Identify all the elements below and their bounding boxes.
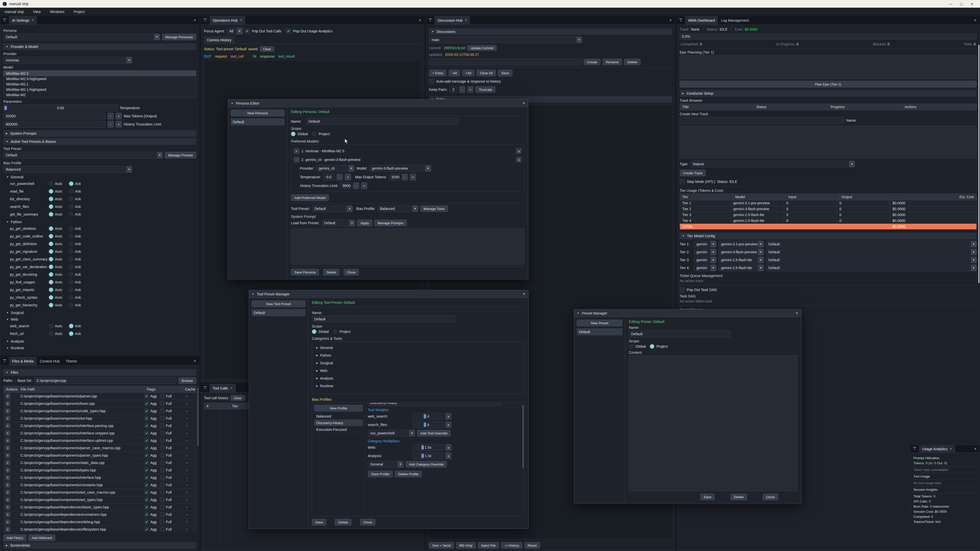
- remove-file-button[interactable]: x: [5, 483, 10, 487]
- full-checkbox[interactable]: [160, 409, 165, 413]
- scope-global-radio[interactable]: [629, 344, 633, 349]
- max-output-decrement-button[interactable]: -: [402, 174, 408, 180]
- step-mode-checkbox[interactable]: [679, 179, 685, 184]
- persona-name-input[interactable]: Default: [306, 118, 458, 125]
- scope-global-radio[interactable]: [312, 329, 317, 334]
- ask-radio[interactable]: [69, 257, 73, 262]
- agg-checkbox[interactable]: [145, 401, 149, 406]
- files-section-header[interactable]: Files: [3, 369, 196, 376]
- load-preset-dropdown[interactable]: Default: [321, 220, 355, 226]
- bias-profile-dropdown[interactable]: Balanced: [3, 166, 132, 173]
- update-commit-button[interactable]: Update Commit: [467, 45, 496, 51]
- close-button[interactable]: Close: [360, 519, 375, 526]
- persona-bias-dropdown[interactable]: Balanced: [377, 205, 418, 212]
- scope-project-radio[interactable]: [333, 329, 337, 334]
- ask-radio[interactable]: [69, 265, 73, 269]
- ask-radio[interactable]: [69, 181, 73, 186]
- system-prompt-textarea[interactable]: [291, 229, 525, 265]
- remove-file-button[interactable]: x: [5, 490, 10, 495]
- remove-weight-button[interactable]: x: [445, 413, 452, 420]
- full-checkbox[interactable]: [160, 401, 165, 406]
- close-panel-icon[interactable]: [974, 18, 977, 22]
- remove-file-button[interactable]: x: [5, 497, 10, 502]
- close-panel-icon[interactable]: [669, 18, 672, 22]
- auto-radio[interactable]: [49, 197, 53, 201]
- auto-radio[interactable]: [49, 331, 53, 336]
- ask-radio[interactable]: [69, 241, 73, 246]
- tier-model-dropdown[interactable]: gemini-3-flash-preview: [718, 249, 764, 256]
- temp-decrement-button[interactable]: -: [337, 174, 343, 180]
- full-checkbox[interactable]: [160, 505, 165, 510]
- pref-temperature-input[interactable]: -0.0: [323, 174, 334, 180]
- full-checkbox[interactable]: [160, 416, 165, 421]
- persona-editor-titlebar[interactable]: Persona Editor: [228, 100, 528, 107]
- save-preset-button[interactable]: Save: [700, 494, 714, 500]
- tier-preset-dropdown[interactable]: Default: [766, 241, 977, 248]
- ask-radio[interactable]: [69, 280, 73, 284]
- pref-model-dropdown[interactable]: gemini-3-flash-preview: [369, 165, 431, 171]
- entry-action-button[interactable]: Clear All: [476, 70, 496, 76]
- reorder-model-button[interactable]: -: [294, 157, 299, 162]
- track-name-input[interactable]: [679, 117, 844, 124]
- delete-profile-button[interactable]: Delete Profile: [395, 471, 422, 477]
- remove-file-button[interactable]: x: [5, 519, 10, 524]
- agg-checkbox[interactable]: [145, 446, 149, 450]
- manage-presets-button[interactable]: Manage Presets: [165, 152, 196, 159]
- tab-discussion-hub[interactable]: Discussion Hub: [434, 16, 470, 24]
- history-limit-decrement-button[interactable]: -: [107, 121, 114, 127]
- category-override-dropdown[interactable]: General: [368, 461, 404, 468]
- agg-checkbox[interactable]: [145, 409, 149, 413]
- full-checkbox[interactable]: [160, 519, 165, 524]
- base-dir-input[interactable]: C:/projects/gencpp: [34, 377, 177, 384]
- discussion-name-input[interactable]: [429, 59, 582, 65]
- dock-menu-icon[interactable]: [201, 384, 210, 392]
- close-tab-icon[interactable]: [240, 19, 242, 22]
- entry-action-button[interactable]: -All: [449, 70, 460, 76]
- tool-group-header[interactable]: Web: [3, 317, 196, 322]
- files-scrollbar[interactable]: [197, 387, 199, 446]
- close-tab-icon[interactable]: [32, 19, 34, 22]
- delete-preset-button[interactable]: Delete: [730, 494, 747, 500]
- provider-model-section-header[interactable]: Provider & Model: [3, 43, 196, 50]
- screenshots-section-header[interactable]: Screenshots: [3, 542, 196, 549]
- model-list-item[interactable]: MiniMax-M2.1-highspeed: [3, 87, 196, 92]
- agg-checkbox[interactable]: [145, 431, 149, 435]
- add-files-button[interactable]: Add File(s): [3, 534, 26, 541]
- keep-pairs-increment-button[interactable]: +: [467, 86, 473, 93]
- max-tokens-decrement-button[interactable]: -: [107, 113, 114, 119]
- preset-name-input[interactable]: Default: [629, 330, 731, 337]
- clear-status-button[interactable]: Clear: [260, 46, 274, 52]
- main-scrollbar[interactable]: [978, 44, 980, 283]
- remove-file-button[interactable]: x: [5, 394, 10, 399]
- entry-action-button[interactable]: Save: [498, 70, 512, 76]
- remove-file-button[interactable]: x: [5, 438, 10, 443]
- ask-radio[interactable]: [69, 234, 73, 238]
- max-output-increment-button[interactable]: +: [410, 174, 416, 180]
- delete-persona-button[interactable]: Delete: [323, 269, 340, 275]
- remove-multiplier-button[interactable]: x: [445, 453, 452, 459]
- full-checkbox[interactable]: [160, 490, 165, 495]
- agg-checkbox[interactable]: [145, 483, 149, 487]
- tier-model-dropdown[interactable]: gemini-2.5-flash-lite: [718, 265, 764, 271]
- weight-slider[interactable]: 4: [413, 413, 443, 420]
- dock-menu-icon[interactable]: [676, 16, 685, 24]
- full-checkbox[interactable]: [160, 483, 165, 487]
- epic-planning-textarea[interactable]: [679, 56, 977, 79]
- remove-file-button[interactable]: x: [5, 408, 10, 413]
- files-media-tab[interactable]: Theme: [63, 357, 80, 365]
- pref-max-output-input[interactable]: 32000: [389, 174, 400, 180]
- close-tab-icon[interactable]: [231, 386, 233, 390]
- remove-file-button[interactable]: x: [5, 423, 10, 428]
- close-window-icon[interactable]: [523, 292, 525, 296]
- remove-file-button[interactable]: x: [5, 527, 10, 532]
- ask-radio[interactable]: [69, 197, 73, 201]
- discussion-action-button[interactable]: MD Only: [456, 542, 476, 549]
- agg-checkbox[interactable]: [145, 424, 149, 428]
- model-list-item[interactable]: MiniMax-M2.1: [3, 81, 196, 87]
- delete-tool-preset-button[interactable]: Delete: [335, 519, 352, 526]
- menu-item[interactable]: manual slop: [5, 10, 24, 14]
- ask-radio[interactable]: [69, 287, 73, 292]
- agg-checkbox[interactable]: [145, 512, 149, 517]
- pref-provider-dropdown[interactable]: gemini_cli: [316, 165, 355, 171]
- auto-radio[interactable]: [49, 204, 53, 209]
